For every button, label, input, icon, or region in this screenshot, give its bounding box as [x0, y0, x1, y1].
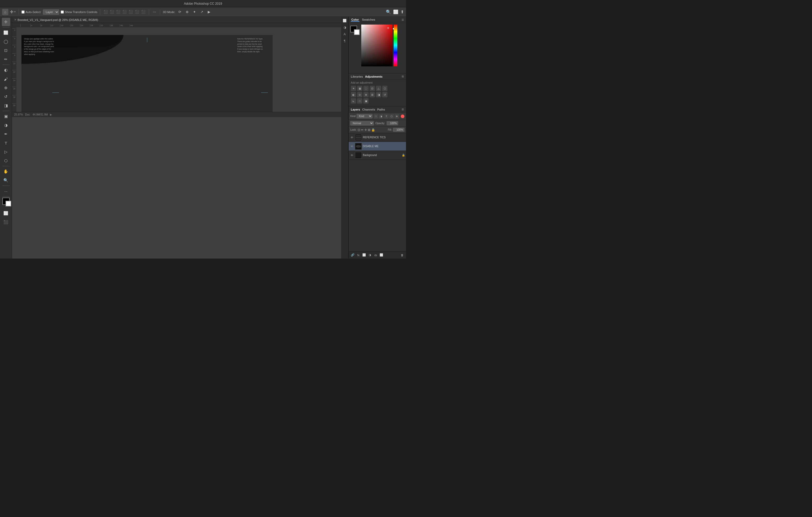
adjustments-tab[interactable]: Adjustments: [365, 75, 382, 78]
lock-position-btn[interactable]: ✛: [365, 128, 367, 132]
color-spectrum-bar[interactable]: [394, 25, 397, 66]
layer-fx-btn[interactable]: fx: [356, 253, 361, 257]
align-right-btn[interactable]: ⬛: [115, 9, 121, 15]
filter-pixel[interactable]: □: [374, 114, 378, 119]
workspace-btn[interactable]: ⬜: [393, 9, 399, 14]
align-center-h-btn[interactable]: ⬛: [109, 9, 115, 15]
auto-select-dropdown[interactable]: Layer: [43, 9, 59, 14]
move-tool-btn[interactable]: ✛: [2, 18, 10, 26]
clone-stamp-tool[interactable]: ⊕: [2, 84, 10, 92]
adj-color-lookup[interactable]: ⊞: [370, 92, 375, 97]
color-panel-menu[interactable]: ≡: [402, 18, 404, 22]
zoom-tool[interactable]: 🔍: [2, 176, 10, 185]
screen-mode-btn[interactable]: ⬛: [2, 218, 10, 226]
shape-tool[interactable]: ⬡: [2, 157, 10, 165]
align-middle-v-btn[interactable]: ⬛: [134, 9, 140, 15]
fill-input[interactable]: [393, 128, 404, 132]
new-group-btn[interactable]: 🗁: [373, 253, 378, 257]
add-mask-btn[interactable]: ⬜: [362, 253, 367, 257]
adj-invert[interactable]: ◨: [376, 92, 381, 97]
adj-photo-filter[interactable]: ⊙: [357, 92, 362, 97]
pen-tool[interactable]: ✒: [2, 130, 10, 138]
fg-bg-color-picker[interactable]: [350, 26, 360, 35]
layer-row[interactable]: 👁 DISABLE ME: [349, 142, 406, 151]
layers-tab[interactable]: Layers: [351, 108, 360, 111]
layer-visibility-btn[interactable]: 👁: [350, 135, 354, 140]
background-swatch[interactable]: [354, 29, 360, 35]
transform-controls-checkbox[interactable]: [61, 10, 64, 13]
filter-type[interactable]: T: [384, 114, 389, 119]
color-picker[interactable]: [361, 25, 398, 71]
tab-close-btn[interactable]: ✕: [14, 18, 17, 22]
lock-image-btn[interactable]: ✏: [361, 128, 364, 132]
color-gradient[interactable]: [361, 25, 393, 66]
layer-row[interactable]: 👁 Background 🔒: [349, 151, 406, 160]
quick-mask-btn[interactable]: ⬜: [2, 209, 10, 217]
layers-panel-menu[interactable]: ≡: [402, 107, 404, 112]
panel-icon-type[interactable]: A: [342, 31, 348, 37]
panel-icon-adjustments[interactable]: ◑: [342, 25, 348, 30]
align-edges-btn[interactable]: ⬛: [122, 9, 127, 15]
adj-posterize[interactable]: ↺: [382, 92, 387, 97]
move-tool[interactable]: ✛ ▼: [10, 9, 16, 14]
panel-icon-paragraph[interactable]: ¶: [342, 38, 348, 44]
search-btn[interactable]: 🔍: [386, 9, 391, 14]
layers-filter-select[interactable]: Kind: [356, 114, 373, 118]
document-tab-title[interactable]: Boosted_V2_V1_Vanguard.psd @ 26% (DISABL…: [18, 18, 98, 22]
3d-scale-btn[interactable]: ▶: [206, 9, 212, 15]
path-select-tool[interactable]: ▷: [2, 148, 10, 156]
adj-threshold[interactable]: ⊾: [351, 98, 356, 103]
more-tools-btn[interactable]: ···: [2, 187, 10, 195]
adj-curves[interactable]: ◌: [364, 86, 369, 91]
lasso-tool[interactable]: ◯: [2, 37, 10, 46]
channels-tab[interactable]: Channels: [362, 108, 375, 111]
3d-pan-btn[interactable]: ✦: [192, 9, 197, 15]
spot-heal-tool[interactable]: ◐: [2, 66, 10, 74]
auto-select-label[interactable]: Auto-Select:: [22, 10, 41, 13]
adj-levels[interactable]: ▦: [357, 86, 362, 91]
layer-visibility-btn[interactable]: 👁: [350, 144, 354, 149]
rectangular-marquee-tool[interactable]: ⬜: [2, 29, 10, 37]
opacity-input[interactable]: [387, 121, 398, 125]
adj-channel-mixer[interactable]: ⊕: [364, 92, 369, 97]
adj-hsl[interactable]: ⬡: [382, 86, 387, 91]
delete-layer-btn[interactable]: 🗑: [400, 253, 404, 257]
foreground-color[interactable]: [2, 197, 10, 205]
auto-select-checkbox[interactable]: [22, 10, 25, 13]
filter-adjustment[interactable]: ◑: [379, 114, 383, 119]
canvas-document-area[interactable]: Design your griptape within the outline.…: [16, 27, 341, 112]
filter-smart[interactable]: ⊕: [395, 114, 399, 119]
align-left-btn[interactable]: ⬛: [103, 9, 109, 15]
dodge-tool[interactable]: ◑: [2, 121, 10, 129]
new-layer-btn[interactable]: ⬜: [379, 253, 384, 257]
more-options-btn[interactable]: ···: [152, 10, 157, 14]
new-adj-layer-btn[interactable]: ◑: [368, 253, 372, 257]
adj-selective-color[interactable]: ▣: [364, 98, 369, 103]
eyedropper-tool[interactable]: ✏: [2, 55, 10, 63]
swatches-tab[interactable]: Swatches: [361, 18, 376, 22]
gradient-tool[interactable]: ▣: [2, 112, 10, 121]
adj-cb[interactable]: ◐: [351, 92, 356, 97]
3d-roll-btn[interactable]: ⊕: [184, 9, 190, 15]
layer-row[interactable]: 👁 REFERENCE TICS: [349, 133, 406, 142]
libraries-tab[interactable]: Libraries: [351, 75, 363, 78]
lock-all-btn[interactable]: 🔒: [371, 128, 375, 132]
filter-shape[interactable]: ⬡: [389, 114, 394, 119]
lock-artboard-btn[interactable]: ⊞: [368, 128, 370, 132]
panel-icon-layers[interactable]: ⬜: [342, 18, 348, 24]
transform-controls-label[interactable]: Show Transform Controls: [61, 10, 97, 13]
adj-exposure[interactable]: ⊡: [370, 86, 375, 91]
blend-mode-select[interactable]: Normal: [350, 121, 374, 125]
align-top-btn[interactable]: ⬛: [128, 9, 134, 15]
adj-vibrance[interactable]: △: [376, 86, 381, 91]
layer-visibility-btn[interactable]: 👁: [350, 153, 354, 157]
filter-toggle[interactable]: [401, 115, 404, 118]
eraser-tool[interactable]: ◨: [2, 101, 10, 110]
adj-panel-menu[interactable]: ≡: [402, 74, 404, 79]
adj-brightness[interactable]: ☀: [351, 86, 356, 91]
type-tool[interactable]: T: [2, 139, 10, 147]
link-layers-btn[interactable]: 🔗: [350, 253, 355, 257]
adj-gradient-map[interactable]: □: [357, 98, 362, 103]
color-tab[interactable]: Color: [351, 18, 359, 22]
crop-tool[interactable]: ⊡: [2, 46, 10, 55]
